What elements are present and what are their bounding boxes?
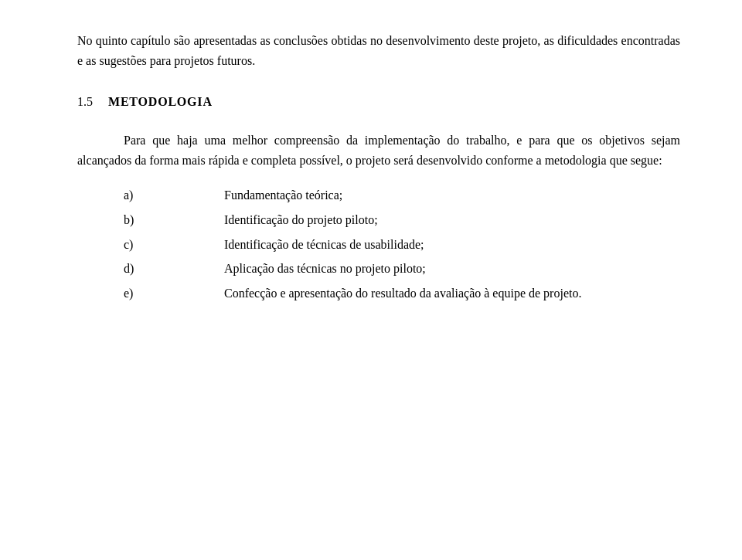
list-label-c: c) [124,235,224,255]
list-text-e: Confecção e apresentação do resultado da… [224,283,680,304]
list-text-b: Identificação do projeto piloto; [224,210,680,230]
methodology-list: a) Fundamentação teórica; b) Identificaç… [124,185,680,303]
list-label-e: e) [124,283,224,304]
list-text-d: Aplicação das técnicas no projeto piloto… [224,259,680,279]
document-content: No quinto capítulo são apresentadas as c… [77,31,680,303]
list-item: d) Aplicação das técnicas no projeto pil… [124,259,680,279]
list-text-a: Fundamentação teórica; [224,185,680,205]
list-label-d: d) [124,259,224,279]
intro-paragraph: No quinto capítulo são apresentadas as c… [77,31,680,70]
list-item: b) Identificação do projeto piloto; [124,210,680,230]
methodology-paragraph: Para que haja uma melhor compreensão da … [77,131,680,170]
list-item: c) Identificação de técnicas de usabilid… [124,235,680,255]
list-label-a: a) [124,185,224,205]
list-text-c: Identificação de técnicas de usabilidade… [224,235,680,255]
section-heading: 1.5 METODOLOGIA [77,95,680,109]
list-label-b: b) [124,210,224,230]
section-title: METODOLOGIA [108,95,213,109]
list-item: a) Fundamentação teórica; [124,185,680,205]
section-number: 1.5 [77,95,93,109]
list-item-e: e) Confecção e apresentação do resultado… [124,283,680,304]
